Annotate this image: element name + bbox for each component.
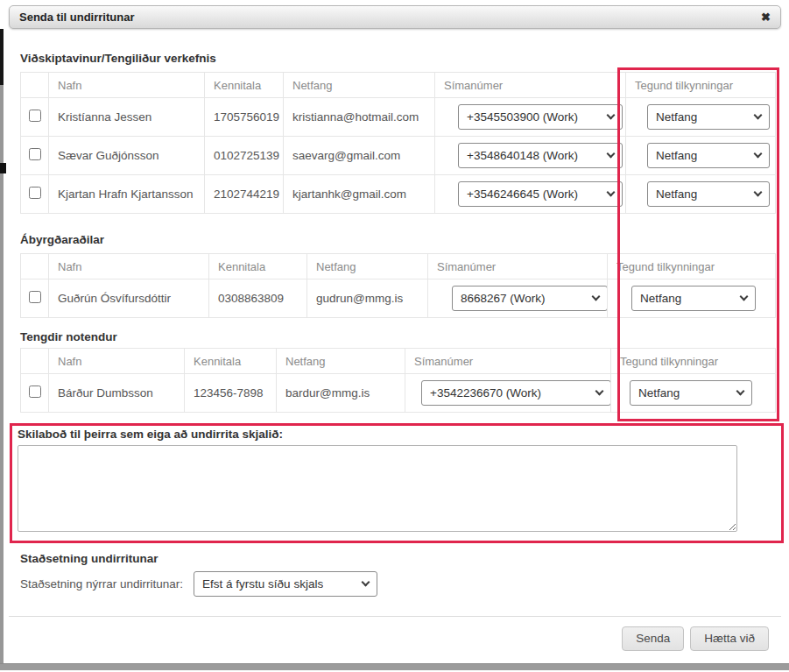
table-row: Guðrún Ósvífursdóttir 0308863809 gudrun@… bbox=[21, 279, 776, 318]
phone-select[interactable]: +3548640148 (Work) bbox=[458, 143, 623, 168]
cell-name: Bárður Dumbsson bbox=[49, 374, 185, 413]
chevron-down-icon bbox=[595, 387, 604, 396]
send-to-signing-dialog: Senda til undirritunar ✖ Viðskiptavinur/… bbox=[9, 5, 781, 659]
send-button[interactable]: Senda bbox=[622, 626, 684, 651]
col-header-kennitala: Kennitala bbox=[185, 349, 277, 374]
table-header-row: Nafn Kennitala Netfang Símanúmer Tegund … bbox=[21, 349, 776, 374]
table-header-row: Nafn Kennitala Netfang Símanúmer Tegund … bbox=[21, 73, 776, 98]
signer-message-annotation-box: Skilaboð til þeirra sem eiga að undirrit… bbox=[10, 423, 784, 543]
notification-type-select[interactable]: Netfang bbox=[630, 380, 752, 406]
chevron-down-icon bbox=[607, 188, 616, 197]
background-page-edge-dark bbox=[0, 29, 4, 85]
section-responsible-parties: Ábyrgðaraðilar Nafn Kennitala Netfang Sí… bbox=[20, 232, 776, 318]
project-contacts-table: Nafn Kennitala Netfang Símanúmer Tegund … bbox=[20, 72, 776, 214]
chevron-down-icon bbox=[362, 578, 370, 587]
col-header-netfang: Netfang bbox=[284, 73, 435, 98]
header-checkbox-col bbox=[21, 73, 49, 98]
cell-name: Kjartan Hrafn Kjartansson bbox=[49, 175, 205, 214]
notification-type-select[interactable]: Netfang bbox=[647, 143, 770, 168]
chevron-down-icon bbox=[740, 293, 749, 301]
table-row: Sævar Guðjónsson 0102725139 saevarg@gmai… bbox=[21, 137, 776, 175]
notification-type-select[interactable]: Netfang bbox=[647, 181, 770, 207]
section-project-contacts: Viðskiptavinur/Tengiliður verkefnis Nafn… bbox=[20, 51, 776, 214]
cell-netfang: saevarg@gmail.com bbox=[284, 137, 435, 175]
col-header-netfang: Netfang bbox=[307, 254, 428, 279]
row-checkbox[interactable] bbox=[29, 187, 41, 199]
col-header-tegund: Tegund tilkynningar bbox=[608, 254, 776, 279]
background-page-edge bbox=[0, 29, 4, 663]
col-header-nafn: Nafn bbox=[49, 349, 185, 374]
chevron-down-icon bbox=[754, 111, 763, 120]
col-header-kennitala: Kennitala bbox=[205, 73, 284, 98]
dialog-titlebar[interactable]: Senda til undirritunar ✖ bbox=[9, 5, 781, 29]
col-header-nafn: Nafn bbox=[49, 73, 205, 98]
chevron-down-icon bbox=[592, 293, 601, 301]
cell-kennitala: 2102744219 bbox=[205, 175, 284, 214]
notification-type-select[interactable]: Netfang bbox=[647, 104, 770, 130]
header-checkbox-col bbox=[21, 349, 49, 374]
section-heading-linked-users: Tengdir notendur bbox=[20, 329, 776, 344]
close-icon[interactable]: ✖ bbox=[761, 11, 771, 23]
phone-select[interactable]: +3542236670 (Work) bbox=[421, 380, 611, 406]
notification-type-select[interactable]: Netfang bbox=[631, 286, 756, 311]
chevron-down-icon bbox=[607, 111, 616, 120]
cell-kennitala: 1705756019 bbox=[205, 98, 284, 137]
table-row: Bárður Dumbsson 123456-7898 bardur@mmg.i… bbox=[21, 374, 776, 413]
row-checkbox[interactable] bbox=[29, 386, 41, 398]
dialog-title: Senda til undirritunar bbox=[19, 11, 134, 24]
dialog-content: Viðskiptavinur/Tengiliður verkefnis Nafn… bbox=[9, 29, 781, 659]
col-header-tegund: Tegund tilkynningar bbox=[611, 349, 776, 374]
phone-select[interactable]: +3545503900 (Work) bbox=[458, 104, 623, 130]
cell-netfang: gudrun@mmg.is bbox=[307, 279, 428, 318]
section-linked-users: Tengdir notendur Nafn Kennitala Netfang … bbox=[20, 329, 776, 413]
chevron-down-icon bbox=[754, 188, 763, 197]
col-header-tegund: Tegund tilkynningar bbox=[626, 73, 776, 98]
col-header-simanumer: Símanúmer bbox=[435, 73, 626, 98]
cell-netfang: kristianna@hotmail.com bbox=[284, 98, 435, 137]
table-row: Kjartan Hrafn Kjartansson 2102744219 kja… bbox=[21, 175, 776, 214]
cancel-button[interactable]: Hætta við bbox=[690, 626, 769, 651]
placement-heading: Staðsetning undirritunar bbox=[20, 551, 776, 566]
placement-select[interactable]: Efst á fyrstu síðu skjals bbox=[194, 571, 377, 597]
dialog-footer: Senda Hætta við bbox=[9, 616, 781, 659]
row-checkbox[interactable] bbox=[29, 110, 41, 122]
linked-users-table: Nafn Kennitala Netfang Símanúmer Tegund … bbox=[20, 348, 776, 413]
background-page-notch bbox=[0, 163, 6, 173]
background-bottom-edge bbox=[0, 663, 789, 670]
col-header-simanumer: Símanúmer bbox=[428, 254, 608, 279]
table-header-row: Nafn Kennitala Netfang Símanúmer Tegund … bbox=[21, 254, 776, 279]
signer-message-label: Skilaboð til þeirra sem eiga að undirrit… bbox=[18, 428, 769, 442]
cell-name: Kristíanna Jessen bbox=[49, 98, 205, 137]
phone-select[interactable]: +3546246645 (Work) bbox=[458, 181, 623, 207]
cell-netfang: bardur@mmg.is bbox=[277, 374, 405, 413]
col-header-nafn: Nafn bbox=[49, 254, 209, 279]
cell-kennitala: 0102725139 bbox=[205, 137, 284, 175]
col-header-simanumer: Símanúmer bbox=[405, 349, 611, 374]
header-checkbox-col bbox=[21, 254, 49, 279]
cell-name: Sævar Guðjónsson bbox=[49, 137, 205, 175]
row-checkbox[interactable] bbox=[29, 148, 41, 160]
signer-message-input[interactable] bbox=[18, 445, 737, 532]
section-heading-responsible-parties: Ábyrgðaraðilar bbox=[20, 232, 776, 247]
chevron-down-icon bbox=[754, 150, 763, 159]
section-heading-project-contacts: Viðskiptavinur/Tengiliður verkefnis bbox=[20, 51, 776, 66]
col-header-kennitala: Kennitala bbox=[209, 254, 307, 279]
table-row: Kristíanna Jessen 1705756019 kristianna@… bbox=[21, 98, 776, 137]
cell-kennitala: 123456-7898 bbox=[185, 374, 277, 413]
row-checkbox[interactable] bbox=[29, 291, 41, 303]
phone-select[interactable]: 8668267 (Work) bbox=[452, 286, 608, 311]
col-header-netfang: Netfang bbox=[277, 349, 405, 374]
chevron-down-icon bbox=[607, 150, 616, 159]
cell-kennitala: 0308863809 bbox=[209, 279, 307, 318]
responsible-parties-table: Nafn Kennitala Netfang Símanúmer Tegund … bbox=[20, 253, 776, 318]
cell-netfang: kjartanhk@gmail.com bbox=[284, 175, 435, 214]
placement-row: Staðsetning nýrrar undirritunar: Efst á … bbox=[20, 571, 776, 597]
placement-label: Staðsetning nýrrar undirritunar: bbox=[20, 577, 183, 591]
cell-name: Guðrún Ósvífursdóttir bbox=[49, 279, 209, 318]
chevron-down-icon bbox=[736, 387, 745, 396]
